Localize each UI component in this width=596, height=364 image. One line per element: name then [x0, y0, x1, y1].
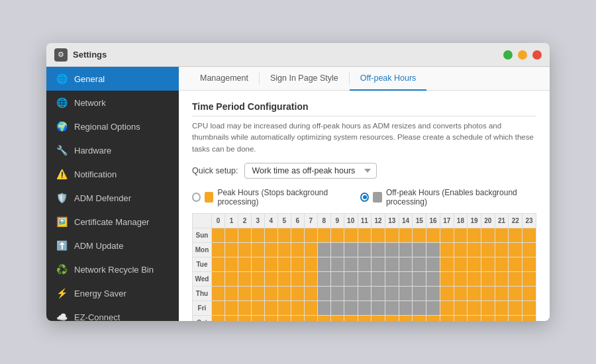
cell-thu-9[interactable]: [330, 286, 344, 300]
sidebar-item-cert-manager[interactable]: 🖼️ Certificate Manager: [46, 210, 179, 234]
cell-tue-4[interactable]: [264, 257, 277, 271]
cell-fri-15[interactable]: [413, 300, 426, 315]
cell-sat-1[interactable]: [224, 315, 238, 321]
cell-mon-11[interactable]: [358, 242, 372, 257]
cell-sun-9[interactable]: [330, 228, 344, 242]
cell-sun-11[interactable]: [358, 228, 372, 242]
cell-sat-20[interactable]: [481, 315, 495, 321]
cell-thu-8[interactable]: [317, 286, 330, 300]
cell-thu-19[interactable]: [468, 286, 481, 300]
sidebar-item-adm-update[interactable]: ⬆️ ADM Update: [46, 234, 179, 257]
cell-sun-8[interactable]: [317, 228, 330, 242]
cell-mon-13[interactable]: [385, 242, 399, 257]
cell-fri-8[interactable]: [317, 300, 330, 315]
cell-tue-18[interactable]: [454, 257, 468, 271]
cell-tue-8[interactable]: [317, 257, 330, 271]
cell-thu-21[interactable]: [495, 286, 509, 300]
cell-thu-11[interactable]: [358, 286, 372, 300]
cell-sat-7[interactable]: [304, 315, 317, 321]
tab-off-peak[interactable]: Off-peak Hours: [350, 67, 427, 91]
cell-sat-23[interactable]: [522, 315, 536, 321]
cell-fri-10[interactable]: [344, 300, 358, 315]
cell-fri-22[interactable]: [509, 300, 522, 315]
cell-tue-11[interactable]: [358, 257, 372, 271]
cell-fri-9[interactable]: [330, 300, 344, 315]
cell-wed-6[interactable]: [291, 271, 304, 286]
cell-sun-7[interactable]: [304, 228, 317, 242]
sidebar-item-regional[interactable]: 🌍 Regional Options: [46, 114, 179, 138]
sidebar-item-network-recycle[interactable]: ♻️ Network Recycle Bin: [46, 257, 179, 281]
cell-fri-13[interactable]: [385, 300, 399, 315]
cell-tue-17[interactable]: [440, 257, 454, 271]
cell-fri-6[interactable]: [291, 300, 304, 315]
cell-thu-4[interactable]: [264, 286, 277, 300]
cell-sun-3[interactable]: [251, 228, 264, 242]
cell-sat-17[interactable]: [440, 315, 454, 321]
cell-fri-11[interactable]: [358, 300, 372, 315]
cell-mon-5[interactable]: [277, 242, 291, 257]
cell-thu-10[interactable]: [344, 286, 358, 300]
cell-sat-9[interactable]: [330, 315, 344, 321]
cell-sun-12[interactable]: [372, 228, 385, 242]
cell-mon-16[interactable]: [426, 242, 440, 257]
cell-thu-22[interactable]: [509, 286, 522, 300]
sidebar-item-notification[interactable]: ⚠️ Notification: [46, 162, 179, 186]
cell-sun-1[interactable]: [224, 228, 238, 242]
tab-sign-in-style[interactable]: Sign In Page Style: [260, 67, 349, 91]
cell-mon-2[interactable]: [238, 242, 251, 257]
cell-tue-6[interactable]: [291, 257, 304, 271]
cell-mon-8[interactable]: [317, 242, 330, 257]
cell-thu-6[interactable]: [291, 286, 304, 300]
cell-thu-13[interactable]: [385, 286, 399, 300]
cell-sun-15[interactable]: [413, 228, 426, 242]
cell-tue-2[interactable]: [238, 257, 251, 271]
cell-fri-17[interactable]: [440, 300, 454, 315]
cell-sat-13[interactable]: [385, 315, 399, 321]
cell-sat-15[interactable]: [413, 315, 426, 321]
cell-wed-9[interactable]: [330, 271, 344, 286]
cell-sun-16[interactable]: [426, 228, 440, 242]
cell-sat-12[interactable]: [372, 315, 385, 321]
cell-thu-14[interactable]: [399, 286, 413, 300]
cell-sat-6[interactable]: [291, 315, 304, 321]
cell-tue-3[interactable]: [251, 257, 264, 271]
cell-wed-4[interactable]: [264, 271, 277, 286]
cell-sun-17[interactable]: [440, 228, 454, 242]
cell-fri-4[interactable]: [264, 300, 277, 315]
cell-thu-12[interactable]: [372, 286, 385, 300]
cell-fri-3[interactable]: [251, 300, 264, 315]
cell-mon-23[interactable]: [522, 242, 536, 257]
peak-radio[interactable]: [192, 193, 201, 202]
cell-wed-19[interactable]: [468, 271, 481, 286]
close-button[interactable]: [532, 50, 542, 60]
cell-thu-5[interactable]: [277, 286, 291, 300]
cell-sun-5[interactable]: [277, 228, 291, 242]
cell-wed-10[interactable]: [344, 271, 358, 286]
cell-sun-20[interactable]: [481, 228, 495, 242]
cell-sat-8[interactable]: [317, 315, 330, 321]
cell-fri-7[interactable]: [304, 300, 317, 315]
cell-sun-19[interactable]: [468, 228, 481, 242]
cell-fri-20[interactable]: [481, 300, 495, 315]
cell-thu-7[interactable]: [304, 286, 317, 300]
cell-wed-14[interactable]: [399, 271, 413, 286]
cell-sat-18[interactable]: [454, 315, 468, 321]
cell-sat-21[interactable]: [495, 315, 509, 321]
cell-mon-3[interactable]: [251, 242, 264, 257]
cell-sun-10[interactable]: [344, 228, 358, 242]
sidebar-item-network[interactable]: 🌐 Network: [46, 91, 179, 114]
cell-fri-12[interactable]: [372, 300, 385, 315]
offpeak-radio[interactable]: [360, 193, 369, 202]
cell-tue-22[interactable]: [509, 257, 522, 271]
cell-sat-11[interactable]: [358, 315, 372, 321]
maximize-button[interactable]: [503, 50, 513, 60]
cell-sun-0[interactable]: [211, 228, 224, 242]
cell-wed-3[interactable]: [251, 271, 264, 286]
cell-tue-19[interactable]: [468, 257, 481, 271]
sidebar-item-ez-connect[interactable]: ☁️ EZ-Connect: [46, 305, 179, 321]
cell-wed-17[interactable]: [440, 271, 454, 286]
cell-fri-19[interactable]: [468, 300, 481, 315]
cell-tue-12[interactable]: [372, 257, 385, 271]
cell-tue-13[interactable]: [385, 257, 399, 271]
cell-sat-5[interactable]: [277, 315, 291, 321]
